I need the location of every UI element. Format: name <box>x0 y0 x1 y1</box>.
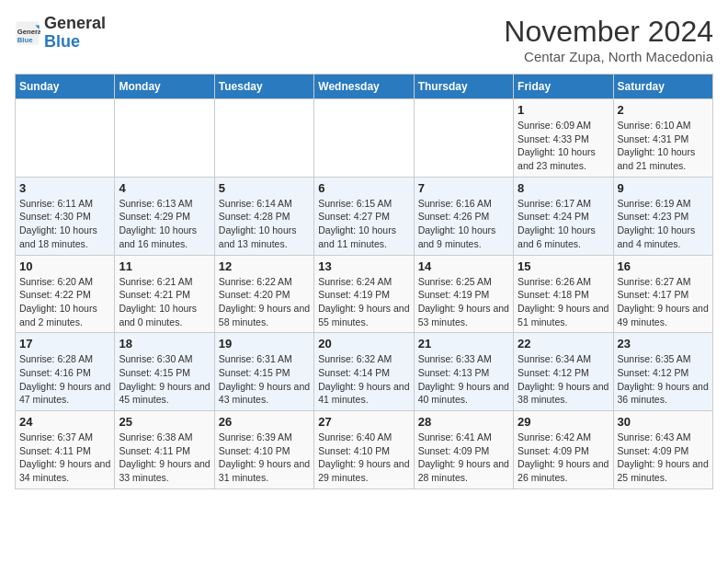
calendar-cell: 11Sunrise: 6:21 AM Sunset: 4:21 PM Dayli… <box>115 255 214 333</box>
calendar-cell: 19Sunrise: 6:31 AM Sunset: 4:15 PM Dayli… <box>214 333 313 411</box>
day-number: 29 <box>518 415 609 429</box>
day-info: Sunrise: 6:16 AM Sunset: 4:26 PM Dayligh… <box>418 197 509 251</box>
calendar-cell: 28Sunrise: 6:41 AM Sunset: 4:09 PM Dayli… <box>414 411 513 489</box>
day-info: Sunrise: 6:43 AM Sunset: 4:09 PM Dayligh… <box>618 431 709 485</box>
calendar-cell: 8Sunrise: 6:17 AM Sunset: 4:24 PM Daylig… <box>514 177 613 255</box>
day-info: Sunrise: 6:22 AM Sunset: 4:20 PM Dayligh… <box>219 275 310 329</box>
calendar-cell: 18Sunrise: 6:30 AM Sunset: 4:15 PM Dayli… <box>115 333 214 411</box>
day-info: Sunrise: 6:14 AM Sunset: 4:28 PM Dayligh… <box>219 197 310 251</box>
day-number: 2 <box>618 103 709 117</box>
calendar-cell <box>115 99 214 178</box>
calendar-cell: 26Sunrise: 6:39 AM Sunset: 4:10 PM Dayli… <box>214 411 313 489</box>
calendar-cell <box>414 99 513 178</box>
calendar-week-row: 3Sunrise: 6:11 AM Sunset: 4:30 PM Daylig… <box>16 177 713 255</box>
calendar-cell: 16Sunrise: 6:27 AM Sunset: 4:17 PM Dayli… <box>613 255 712 333</box>
day-info: Sunrise: 6:37 AM Sunset: 4:11 PM Dayligh… <box>19 431 110 485</box>
day-number: 15 <box>518 259 609 273</box>
day-number: 26 <box>219 415 310 429</box>
day-number: 3 <box>19 181 110 195</box>
calendar-week-row: 24Sunrise: 6:37 AM Sunset: 4:11 PM Dayli… <box>16 411 713 489</box>
calendar-cell <box>16 99 115 178</box>
day-number: 27 <box>318 415 409 429</box>
day-info: Sunrise: 6:20 AM Sunset: 4:22 PM Dayligh… <box>19 275 110 329</box>
page-header: General Blue General Blue November 2024 … <box>15 15 713 64</box>
weekday-header: Monday <box>115 75 214 99</box>
calendar-cell: 25Sunrise: 6:38 AM Sunset: 4:11 PM Dayli… <box>115 411 214 489</box>
day-info: Sunrise: 6:19 AM Sunset: 4:23 PM Dayligh… <box>618 197 709 251</box>
day-number: 10 <box>19 259 110 273</box>
calendar-cell: 4Sunrise: 6:13 AM Sunset: 4:29 PM Daylig… <box>115 177 214 255</box>
calendar-week-row: 10Sunrise: 6:20 AM Sunset: 4:22 PM Dayli… <box>16 255 713 333</box>
logo-icon: General Blue <box>15 20 40 46</box>
day-info: Sunrise: 6:41 AM Sunset: 4:09 PM Dayligh… <box>418 431 509 485</box>
calendar-week-row: 1Sunrise: 6:09 AM Sunset: 4:33 PM Daylig… <box>16 99 713 178</box>
day-number: 23 <box>618 337 709 350</box>
calendar-cell: 14Sunrise: 6:25 AM Sunset: 4:19 PM Dayli… <box>414 255 513 333</box>
day-info: Sunrise: 6:30 AM Sunset: 4:15 PM Dayligh… <box>119 352 210 407</box>
weekday-header: Saturday <box>613 75 712 99</box>
weekday-header: Tuesday <box>214 75 313 99</box>
day-info: Sunrise: 6:32 AM Sunset: 4:14 PM Dayligh… <box>318 352 409 407</box>
calendar-cell: 21Sunrise: 6:33 AM Sunset: 4:13 PM Dayli… <box>414 333 513 411</box>
day-number: 21 <box>418 337 509 350</box>
day-info: Sunrise: 6:11 AM Sunset: 4:30 PM Dayligh… <box>19 197 110 251</box>
logo-blue: Blue <box>44 33 106 52</box>
day-number: 16 <box>618 259 709 273</box>
day-info: Sunrise: 6:31 AM Sunset: 4:15 PM Dayligh… <box>219 352 310 407</box>
day-info: Sunrise: 6:34 AM Sunset: 4:12 PM Dayligh… <box>518 352 609 407</box>
weekday-header: Friday <box>514 75 613 99</box>
calendar-header-row: SundayMondayTuesdayWednesdayThursdayFrid… <box>16 75 713 99</box>
calendar-cell: 22Sunrise: 6:34 AM Sunset: 4:12 PM Dayli… <box>514 333 613 411</box>
day-number: 6 <box>318 181 409 195</box>
calendar-cell: 5Sunrise: 6:14 AM Sunset: 4:28 PM Daylig… <box>214 177 313 255</box>
calendar-week-row: 17Sunrise: 6:28 AM Sunset: 4:16 PM Dayli… <box>16 333 713 411</box>
day-number: 7 <box>418 181 509 195</box>
svg-text:General: General <box>17 28 40 36</box>
calendar-cell: 6Sunrise: 6:15 AM Sunset: 4:27 PM Daylig… <box>314 177 414 255</box>
calendar-cell: 10Sunrise: 6:20 AM Sunset: 4:22 PM Dayli… <box>16 255 115 333</box>
day-number: 24 <box>19 415 110 429</box>
calendar-cell: 12Sunrise: 6:22 AM Sunset: 4:20 PM Dayli… <box>214 255 313 333</box>
calendar-table: SundayMondayTuesdayWednesdayThursdayFrid… <box>15 74 713 489</box>
calendar-cell <box>214 99 313 178</box>
day-number: 4 <box>119 181 210 195</box>
day-info: Sunrise: 6:15 AM Sunset: 4:27 PM Dayligh… <box>318 197 409 251</box>
calendar-cell: 15Sunrise: 6:26 AM Sunset: 4:18 PM Dayli… <box>514 255 613 333</box>
calendar-cell <box>314 99 414 178</box>
weekday-header: Wednesday <box>314 75 414 99</box>
day-info: Sunrise: 6:24 AM Sunset: 4:19 PM Dayligh… <box>318 275 409 329</box>
calendar-cell: 13Sunrise: 6:24 AM Sunset: 4:19 PM Dayli… <box>314 255 414 333</box>
logo-general: General <box>44 15 106 33</box>
svg-text:Blue: Blue <box>17 36 33 44</box>
day-number: 18 <box>119 337 210 350</box>
calendar-cell: 27Sunrise: 6:40 AM Sunset: 4:10 PM Dayli… <box>314 411 414 489</box>
day-number: 30 <box>618 415 709 429</box>
calendar-cell: 1Sunrise: 6:09 AM Sunset: 4:33 PM Daylig… <box>514 99 613 178</box>
logo-text: General Blue <box>44 15 106 52</box>
calendar-cell: 20Sunrise: 6:32 AM Sunset: 4:14 PM Dayli… <box>314 333 414 411</box>
day-info: Sunrise: 6:38 AM Sunset: 4:11 PM Dayligh… <box>119 431 210 485</box>
day-number: 5 <box>219 181 310 195</box>
day-info: Sunrise: 6:40 AM Sunset: 4:10 PM Dayligh… <box>318 431 409 485</box>
day-number: 19 <box>219 337 310 350</box>
calendar-cell: 24Sunrise: 6:37 AM Sunset: 4:11 PM Dayli… <box>16 411 115 489</box>
calendar-cell: 3Sunrise: 6:11 AM Sunset: 4:30 PM Daylig… <box>16 177 115 255</box>
calendar-cell: 2Sunrise: 6:10 AM Sunset: 4:31 PM Daylig… <box>613 99 712 178</box>
title-block: November 2024 Centar Zupa, North Macedon… <box>504 15 713 64</box>
day-number: 11 <box>119 259 210 273</box>
calendar-cell: 29Sunrise: 6:42 AM Sunset: 4:09 PM Dayli… <box>514 411 613 489</box>
day-number: 22 <box>518 337 609 350</box>
calendar-cell: 9Sunrise: 6:19 AM Sunset: 4:23 PM Daylig… <box>613 177 712 255</box>
weekday-header: Thursday <box>414 75 513 99</box>
day-number: 8 <box>518 181 609 195</box>
day-number: 25 <box>119 415 210 429</box>
day-number: 12 <box>219 259 310 273</box>
month-title: November 2024 <box>504 15 713 49</box>
day-info: Sunrise: 6:42 AM Sunset: 4:09 PM Dayligh… <box>518 431 609 485</box>
logo: General Blue General Blue <box>15 15 106 52</box>
day-info: Sunrise: 6:28 AM Sunset: 4:16 PM Dayligh… <box>19 352 110 407</box>
day-number: 28 <box>418 415 509 429</box>
day-number: 9 <box>618 181 709 195</box>
day-info: Sunrise: 6:21 AM Sunset: 4:21 PM Dayligh… <box>119 275 210 329</box>
day-info: Sunrise: 6:25 AM Sunset: 4:19 PM Dayligh… <box>418 275 509 329</box>
